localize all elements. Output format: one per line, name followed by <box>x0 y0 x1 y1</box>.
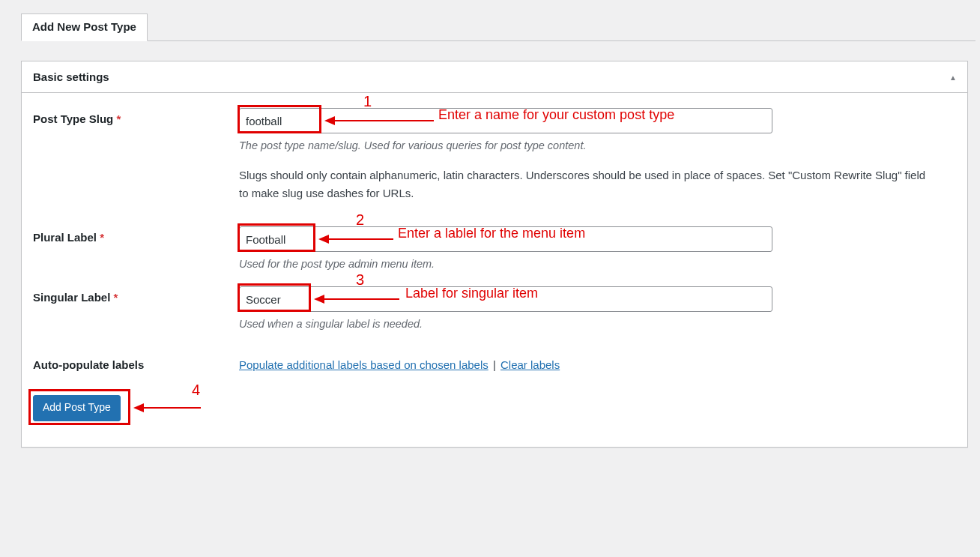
svg-marker-7 <box>133 403 144 412</box>
post-type-slug-note: Slugs should only contain alphanumeric, … <box>239 166 928 202</box>
clear-labels-link[interactable]: Clear labels <box>500 358 560 371</box>
row-singular-label: Singular Label * Used when a singular la… <box>33 286 956 330</box>
populate-labels-link[interactable]: Populate additional labels based on chos… <box>239 358 489 371</box>
panel-body: Post Type Slug * The post type name/slug… <box>22 93 967 447</box>
label-auto-populate: Auto-populate labels <box>33 354 239 371</box>
required-marker: * <box>116 112 121 125</box>
label-singular-label: Singular Label * <box>33 286 239 304</box>
label-post-type-slug: Post Type Slug * <box>33 108 239 125</box>
tab-bar: Add New Post Type <box>21 13 976 41</box>
panel-title: Basic settings <box>33 70 956 83</box>
singular-label-desc: Used when a singular label is needed. <box>239 318 956 330</box>
toggle-up-icon[interactable]: ▲ <box>949 73 957 81</box>
panel-header[interactable]: Basic settings ▲ <box>22 61 967 93</box>
plural-label-input[interactable] <box>239 226 772 252</box>
singular-label-input[interactable] <box>239 286 772 312</box>
row-plural-label: Plural Label * Used for the post type ad… <box>33 226 956 270</box>
link-separator: | <box>489 358 500 371</box>
annotation-arrow-4 <box>133 401 201 415</box>
required-marker: * <box>100 231 104 244</box>
annotation-number-4: 4 <box>192 382 200 399</box>
basic-settings-panel: Basic settings ▲ Post Type Slug * The po… <box>21 61 968 448</box>
plural-label-desc: Used for the post type admin menu item. <box>239 258 956 270</box>
submit-row: Add Post Type 4 <box>33 395 956 421</box>
tab-add-new-post-type[interactable]: Add New Post Type <box>21 13 148 41</box>
post-type-slug-desc: The post type name/slug. Used for variou… <box>239 139 956 151</box>
row-auto-populate: Auto-populate labels Populate additional… <box>33 354 956 371</box>
label-plural-label: Plural Label * <box>33 226 239 244</box>
required-marker: * <box>114 291 118 304</box>
post-type-slug-input[interactable] <box>239 108 772 133</box>
row-post-type-slug: Post Type Slug * The post type name/slug… <box>33 108 956 202</box>
add-post-type-button[interactable]: Add Post Type <box>33 395 121 421</box>
